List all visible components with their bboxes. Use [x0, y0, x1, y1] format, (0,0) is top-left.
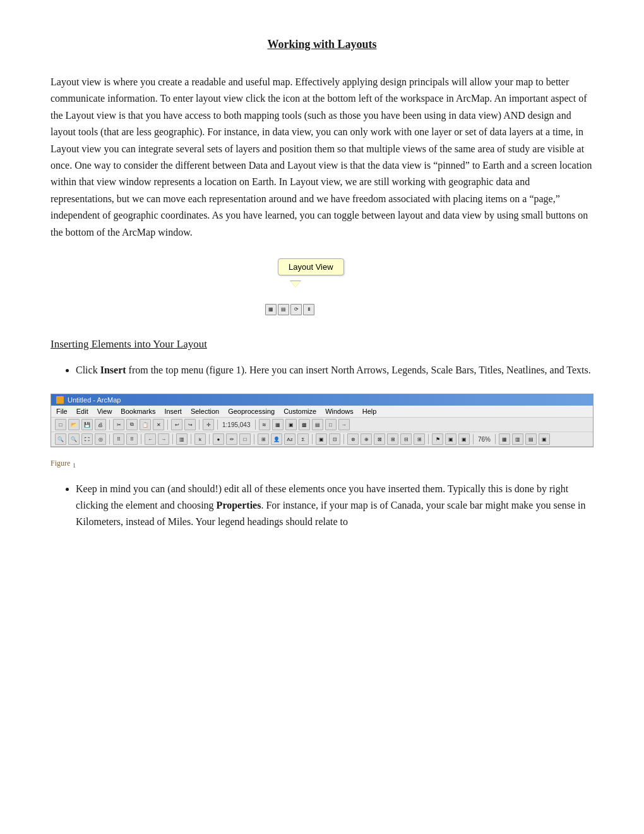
menu-selection: Selection	[191, 408, 219, 415]
menu-help: Help	[362, 408, 377, 415]
tb2-geo5: ⊟	[400, 433, 412, 445]
bullet-list-1: Click Insert from the top menu (figure 1…	[76, 362, 593, 378]
icon-layout-view: ▦	[265, 304, 277, 315]
bullet1-post: from the top menu (figure 1). Here you c…	[126, 365, 591, 375]
tb2-k: k	[194, 433, 206, 445]
bullet-item-1: Click Insert from the top menu (figure 1…	[76, 362, 593, 378]
tb2-select2: ⠿	[126, 433, 138, 445]
tb-print: 🖨	[95, 419, 106, 430]
bullet1-bold: Insert	[100, 365, 126, 375]
arcmap-window-title: Untitled - ArcMap	[68, 396, 121, 404]
body-paragraph: Layout view is where you create a readab…	[51, 74, 593, 241]
tb2-pan-right: →	[158, 433, 169, 445]
tooltip-arrow	[290, 281, 301, 287]
menu-edit: Edit	[76, 408, 88, 415]
tb-map-5: □	[325, 419, 337, 430]
tb2-geo3: ⊠	[374, 433, 385, 445]
tb2-zoom-in: 🔍	[55, 433, 66, 445]
tb-map-3: ▩	[299, 419, 310, 430]
tb-paste: 📋	[140, 419, 151, 430]
tb2-geo2: ⊕	[361, 433, 372, 445]
tb2-box: □	[239, 433, 251, 445]
arcmap-app-icon	[56, 396, 64, 404]
tb2-person: 👤	[271, 433, 282, 445]
tb2-az: Az	[284, 433, 295, 445]
tb2-sep-10	[473, 434, 474, 444]
tb2-geo4: ⊞	[387, 433, 398, 445]
layout-toolbar-icons: ▦ ▤ ⟳ ⏸	[265, 304, 314, 315]
tb-map-4: ▤	[312, 419, 323, 430]
tb-cut: ✂	[113, 419, 124, 430]
icon-pause: ⏸	[303, 304, 314, 315]
menu-bookmarks: Bookmarks	[121, 408, 155, 415]
tb-editor: ≋	[259, 419, 270, 430]
page: Working with Layouts Layout view is wher…	[0, 0, 644, 834]
tb-scale-text: 1:195,043	[221, 421, 252, 428]
tb2-sep-3	[172, 434, 173, 444]
tb2-sep-1	[109, 434, 110, 444]
tb2-geo1: ⊗	[347, 433, 359, 445]
tb2-zoom-full: ⛶	[81, 433, 93, 445]
tb2-zoom-out: 🔍	[68, 433, 80, 445]
tb2-layout1: ▥	[176, 433, 188, 445]
tb2-select1: ⠿	[113, 433, 124, 445]
tb2-sep-8	[343, 434, 344, 444]
tb2-end2: ▥	[512, 433, 523, 445]
bullet-list-2: Keep in mind you can (and should!) edit …	[76, 481, 593, 531]
tb2-sep-9	[428, 434, 429, 444]
layout-view-tooltip: Layout View	[278, 258, 344, 275]
tb-delete: ✕	[153, 419, 164, 430]
tb-arrow: →	[338, 419, 350, 430]
menu-customize: Customize	[283, 408, 316, 415]
tb2-geo6: ⊞	[414, 433, 425, 445]
arcmap-figure: Untitled - ArcMap File Edit View Bookmar…	[51, 394, 593, 447]
arcmap-titlebar: Untitled - ArcMap	[51, 394, 593, 406]
layout-view-figure: Layout View ▦ ▤ ⟳ ⏸	[51, 258, 593, 315]
tb2-flag: ⚑	[432, 433, 443, 445]
tb-sep-5	[255, 420, 256, 430]
tb2-r1: ▣	[445, 433, 456, 445]
tb2-window: ▣	[316, 433, 327, 445]
tb2-sep-6	[254, 434, 254, 444]
tb2-end4: ▣	[539, 433, 550, 445]
tb2-sep-7	[312, 434, 313, 444]
tb2-sep-4	[191, 434, 191, 444]
tb2-sep-11	[495, 434, 496, 444]
tb-save: 💾	[81, 419, 93, 430]
tb-copy: ⧉	[126, 419, 138, 430]
menu-windows: Windows	[325, 408, 354, 415]
menu-geoprocessing: Geoprocessing	[228, 408, 275, 415]
tb2-pan-left: ←	[145, 433, 156, 445]
tb-map-1: ▦	[272, 419, 283, 430]
tb-sep-3	[199, 420, 200, 430]
tb2-end3: ▤	[525, 433, 537, 445]
tb-redo: ↪	[184, 419, 196, 430]
figure-caption-label: Figure	[51, 459, 70, 468]
tb2-zoom-pct: 76%	[477, 436, 492, 443]
bullet2-bold: Properties	[217, 500, 261, 511]
tb-pan: ✛	[203, 419, 214, 430]
bullet-item-2: Keep in mind you can (and should!) edit …	[76, 481, 593, 531]
tb2-pen: ✏	[226, 433, 237, 445]
icon-data-view: ▤	[278, 304, 289, 315]
tb-sep-2	[167, 420, 168, 430]
layout-view-box: Layout View ▦ ▤ ⟳ ⏸	[259, 258, 385, 315]
tb2-sep-2	[141, 434, 141, 444]
arcmap-toolbar-1: □ 📂 💾 🖨 ✂ ⧉ 📋 ✕ ↩ ↪ ✛ 1:195,043 ≋ ▦ ▣ ▩ …	[51, 418, 593, 432]
tb2-r2: ▣	[458, 433, 470, 445]
menu-view: View	[97, 408, 112, 415]
tb-new: □	[55, 419, 66, 430]
tb-sep-1	[109, 420, 110, 430]
tb2-sep-5	[209, 434, 210, 444]
tb2-circle: ●	[213, 433, 224, 445]
menu-file: File	[56, 408, 68, 415]
tb2-w2: ⊡	[329, 433, 340, 445]
tb-open: 📂	[68, 419, 80, 430]
tb-sep-4	[217, 420, 218, 430]
tb-undo: ↩	[171, 419, 182, 430]
tb2-end1: ▦	[499, 433, 510, 445]
section-heading: Inserting Elements into Your Layout	[51, 338, 593, 351]
arcmap-toolbar-2: 🔍 🔍 ⛶ ◎ ⠿ ⠿ ← → ▥ k ● ✏ □ ⊞ 👤 Az Σ ▣ ⊡	[51, 432, 593, 447]
icon-zoom: ⟳	[290, 304, 302, 315]
tb2-target: ◎	[95, 433, 106, 445]
